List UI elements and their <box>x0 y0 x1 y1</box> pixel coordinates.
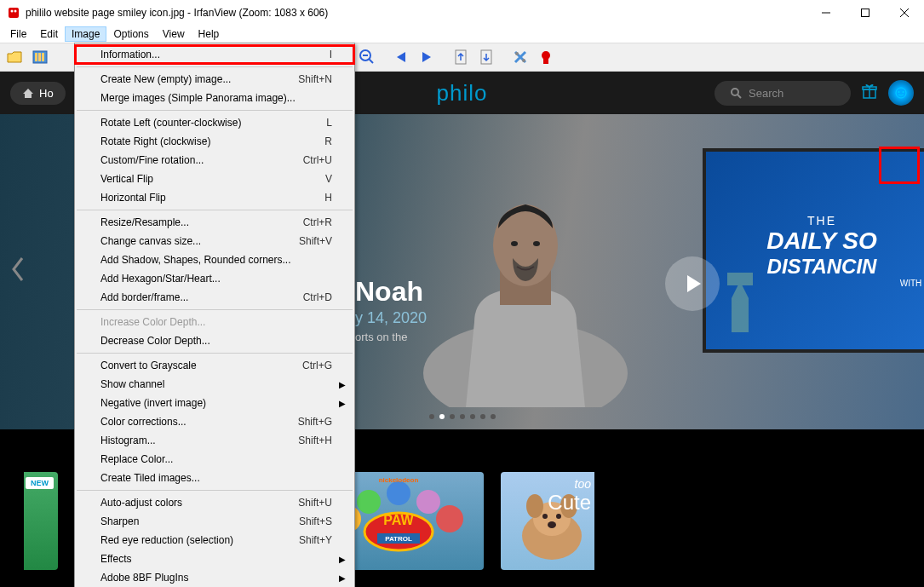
menu-item-sharpen[interactable]: SharpenShift+S <box>75 512 354 531</box>
menu-item-rotate-left-counter-clockwise[interactable]: Rotate Left (counter-clockwise)L <box>75 113 354 132</box>
menu-image[interactable]: Image <box>65 26 106 42</box>
menu-item-rotate-right-clockwise[interactable]: Rotate Right (clockwise)R <box>75 132 354 151</box>
menu-item-label: Horizontal Flip <box>100 192 324 204</box>
menu-item-label: Replace Color... <box>100 453 332 465</box>
menu-item-negative-invert-image[interactable]: Negative (invert image)▶ <box>75 394 354 412</box>
gift-icon[interactable] <box>861 83 878 104</box>
menu-item-effects[interactable]: Effects▶ <box>75 550 354 568</box>
minimize-button[interactable] <box>806 0 846 26</box>
dot[interactable] <box>470 414 475 419</box>
hero-screen-line3: DISTANCIN <box>767 255 877 279</box>
menu-help[interactable]: Help <box>192 26 227 42</box>
menu-item-label: Effects <box>100 553 332 565</box>
menu-item-add-shadow-shapes-rounded-corners[interactable]: Add Shadow, Shapes, Rounded corners... <box>75 250 354 269</box>
submenu-arrow-icon: ▶ <box>339 555 346 564</box>
menu-item-add-border-frame[interactable]: Add border/frame...Ctrl+D <box>75 288 354 307</box>
menu-item-label: Show channel <box>100 378 332 390</box>
settings-icon[interactable] <box>509 46 531 68</box>
hero-title: Noah <box>355 276 427 308</box>
mascot-icon[interactable] <box>535 46 557 68</box>
thumbnail[interactable]: NEW <box>24 472 58 570</box>
menu-item-shortcut: R <box>324 135 332 147</box>
menu-item-merge-images-simple-panorama-image[interactable]: Merge images (Simple Panorama image)... <box>75 89 354 107</box>
svg-point-61 <box>548 521 556 528</box>
menu-item-label: Merge images (Simple Panorama image)... <box>100 92 332 104</box>
dot[interactable] <box>450 414 455 419</box>
menu-item-label: Negative (invert image) <box>100 397 332 409</box>
menu-item-histogram[interactable]: Histogram...Shift+H <box>75 431 354 450</box>
hero-screen-line4: WITH T <box>900 279 924 288</box>
dot[interactable] <box>439 414 445 419</box>
hero-prev-arrow[interactable] <box>10 256 26 287</box>
menu-item-vertical-flip[interactable]: Vertical FlipV <box>75 170 354 188</box>
menu-item-shortcut: Shift+H <box>298 434 332 446</box>
menu-item-custom-fine-rotation[interactable]: Custom/Fine rotation...Ctrl+U <box>75 151 354 170</box>
menu-file[interactable]: File <box>3 26 33 42</box>
window-title: phililo website page smiley icon.jpg - I… <box>26 7 806 19</box>
menu-item-label: Red eye reduction (selection) <box>100 534 299 546</box>
maximize-button[interactable] <box>846 0 885 26</box>
menu-item-create-tiled-images[interactable]: Create Tiled images... <box>75 469 354 487</box>
submenu-arrow-icon: ▶ <box>339 380 346 389</box>
home-button[interactable]: Ho <box>10 82 66 105</box>
menu-item-create-new-empty-image[interactable]: Create New (empty) image...Shift+N <box>75 70 354 89</box>
next-arrow-icon[interactable] <box>416 46 438 68</box>
menu-item-replace-color[interactable]: Replace Color... <box>75 450 354 469</box>
menu-item-red-eye-reduction-selection[interactable]: Red eye reduction (selection)Shift+Y <box>75 531 354 550</box>
play-button[interactable] <box>665 256 720 311</box>
hero-screen-line2: DAILY SO <box>766 227 877 255</box>
menu-item-auto-adjust-colors[interactable]: Auto-adjust colorsShift+U <box>75 493 354 512</box>
menu-item-label: Rotate Right (clockwise) <box>100 135 324 147</box>
close-button[interactable] <box>885 0 924 26</box>
menu-options[interactable]: Options <box>106 26 155 42</box>
svg-rect-8 <box>35 53 37 61</box>
dot[interactable] <box>480 414 485 419</box>
home-icon <box>22 87 34 99</box>
menu-item-label: Convert to Grayscale <box>100 360 302 371</box>
svg-point-1 <box>11 10 14 13</box>
menu-item-label: Information... <box>100 49 330 60</box>
menu-item-decrease-color-depth[interactable]: Decrease Color Depth... <box>75 331 354 350</box>
menu-separator <box>77 110 353 111</box>
dot[interactable] <box>491 414 496 419</box>
move-up-icon[interactable] <box>450 46 472 68</box>
zoom-out-icon[interactable] <box>356 46 378 68</box>
menu-item-label: Add border/frame... <box>100 291 303 303</box>
menu-item-shortcut: Shift+V <box>299 235 332 247</box>
menu-item-adobe-8bf-plugins[interactable]: Adobe 8BF PlugIns▶ <box>75 568 354 587</box>
profile-avatar[interactable] <box>888 80 914 106</box>
thumb-subtitle: Cute <box>548 491 591 515</box>
menu-item-label: Color corrections... <box>100 416 298 428</box>
menu-view[interactable]: View <box>156 26 192 42</box>
svg-point-51 <box>357 490 381 514</box>
menu-item-resize-resample[interactable]: Resize/Resample...Ctrl+R <box>75 213 354 232</box>
open-icon[interactable] <box>3 46 26 68</box>
slideshow-icon[interactable] <box>29 46 51 68</box>
move-down-icon[interactable] <box>475 46 497 68</box>
menu-item-show-channel[interactable]: Show channel▶ <box>75 375 354 394</box>
search-input[interactable]: Search <box>715 81 851 106</box>
thumbnail[interactable]: too Cute <box>501 472 594 570</box>
svg-point-27 <box>903 91 904 93</box>
menu-item-horizontal-flip[interactable]: Horizontal FlipH <box>75 188 354 207</box>
menu-item-label: Auto-adjust colors <box>100 497 298 509</box>
menu-item-shortcut: Ctrl+G <box>302 360 332 371</box>
menubar: File Edit Image Options View Help <box>0 26 924 43</box>
image-menu-dropdown: Information...ICreate New (empty) image.… <box>74 43 355 587</box>
svg-rect-19 <box>543 59 548 64</box>
menu-item-convert-to-grayscale[interactable]: Convert to GrayscaleCtrl+G <box>75 356 354 375</box>
menu-item-add-hexagon-star-heart[interactable]: Add Hexagon/Star/Heart... <box>75 269 354 288</box>
menu-edit[interactable]: Edit <box>33 26 65 42</box>
prev-arrow-icon[interactable] <box>390 46 412 68</box>
menu-item-color-corrections[interactable]: Color corrections...Shift+G <box>75 412 354 431</box>
menu-item-shortcut: Ctrl+D <box>303 291 332 303</box>
menu-item-label: Create Tiled images... <box>100 472 332 484</box>
menu-item-information[interactable]: Information...I <box>75 45 354 64</box>
svg-text:PAW: PAW <box>383 513 414 527</box>
menu-separator <box>77 490 353 491</box>
menu-item-shortcut: Shift+N <box>298 73 332 85</box>
dot[interactable] <box>429 414 434 419</box>
menu-item-change-canvas-size[interactable]: Change canvas size...Shift+V <box>75 232 354 250</box>
dot[interactable] <box>460 414 465 419</box>
new-badge: NEW <box>26 477 54 489</box>
